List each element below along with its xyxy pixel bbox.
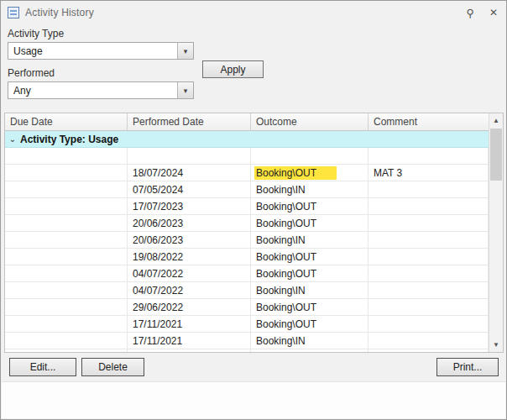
- cell-outcome[interactable]: Booking\OUT: [251, 215, 368, 232]
- cell-performed-date[interactable]: 19/08/2022: [128, 249, 251, 265]
- cell-comment[interactable]: [368, 249, 489, 265]
- scrollbar-thumb[interactable]: [490, 129, 502, 181]
- table-row[interactable]: 29/06/2022Booking\OUT: [5, 299, 489, 316]
- cell-performed-date[interactable]: 20/06/2023: [128, 232, 251, 249]
- activity-table: Due Date Performed Date Outcome Comment …: [4, 113, 504, 353]
- cell-due-date[interactable]: [5, 198, 128, 215]
- edit-button[interactable]: Edit...: [9, 358, 76, 376]
- apply-button[interactable]: Apply: [202, 60, 264, 78]
- cell-performed-date[interactable]: [128, 148, 251, 165]
- cell-due-date[interactable]: [5, 165, 128, 181]
- cell-comment[interactable]: [368, 282, 489, 299]
- activity-type-dropdown[interactable]: Usage ▾: [8, 42, 194, 60]
- cell-performed-date[interactable]: 18/07/2024: [128, 165, 251, 181]
- cell-outcome[interactable]: Booking\OUT: [251, 299, 368, 316]
- performed-dropdown[interactable]: Any ▾: [8, 81, 194, 99]
- table-row[interactable]: 17/07/2023Booking\OUT: [5, 198, 489, 215]
- activity-type-label: Activity Type: [8, 28, 506, 39]
- cell-due-date[interactable]: [5, 265, 128, 282]
- cell-due-date[interactable]: [5, 282, 128, 299]
- cell-performed-date[interactable]: 17/07/2023: [128, 198, 251, 215]
- cell-outcome[interactable]: Booking\IN: [251, 333, 368, 349]
- chevron-down-icon[interactable]: ⌄: [5, 134, 20, 144]
- scroll-up-icon[interactable]: ▲: [489, 113, 503, 128]
- cell-performed-date[interactable]: 04/11/2021 11:53: [128, 349, 251, 353]
- column-header-outcome[interactable]: Outcome: [251, 113, 368, 130]
- table-row[interactable]: 20/06/2023Booking\OUT: [5, 215, 489, 232]
- delete-button[interactable]: Delete: [81, 358, 144, 376]
- cell-due-date[interactable]: [5, 249, 128, 265]
- cell-comment[interactable]: [368, 148, 489, 165]
- cell-due-date[interactable]: [5, 333, 128, 349]
- cell-outcome[interactable]: Booking\OUT: [251, 316, 368, 333]
- table-row[interactable]: 20/06/2023Booking\IN: [5, 232, 489, 249]
- performed-value: Any: [8, 82, 177, 98]
- cell-performed-date[interactable]: 17/11/2021: [128, 333, 251, 349]
- chevron-down-icon[interactable]: ▾: [177, 43, 193, 59]
- table-header-row: Due Date Performed Date Outcome Comment: [5, 113, 489, 131]
- activity-history-window: Activity History ⚲ ✕ Activity Type Usage…: [0, 0, 507, 420]
- table-row[interactable]: 17/11/2021Booking\IN: [5, 333, 489, 349]
- pin-icon[interactable]: ⚲: [466, 8, 474, 18]
- window-icon: [8, 7, 19, 18]
- cell-due-date[interactable]: [5, 215, 128, 232]
- cell-outcome[interactable]: Booking\IN: [251, 282, 368, 299]
- cell-performed-date[interactable]: 07/05/2024: [128, 181, 251, 198]
- cell-outcome[interactable]: Booking\OUT: [251, 198, 368, 215]
- cell-due-date[interactable]: [5, 232, 128, 249]
- chevron-down-icon[interactable]: ▾: [177, 82, 193, 98]
- table-row[interactable]: [5, 148, 489, 165]
- cell-outcome[interactable]: Booking\OUT: [251, 165, 368, 181]
- column-header-due-date[interactable]: Due Date: [5, 113, 128, 130]
- cell-comment[interactable]: MAT 3: [368, 165, 489, 181]
- cell-comment[interactable]: [368, 232, 489, 249]
- window-lower-area: [2, 381, 505, 418]
- table-row[interactable]: 04/11/2021 11:53Booking\INBooked in: [5, 349, 489, 353]
- table-row[interactable]: 19/08/2022Booking\OUT: [5, 249, 489, 265]
- cell-performed-date[interactable]: 20/06/2023: [128, 215, 251, 232]
- titlebar: Activity History ⚲ ✕: [1, 1, 506, 24]
- cell-outcome[interactable]: Booking\OUT: [251, 249, 368, 265]
- cell-due-date[interactable]: [5, 181, 128, 198]
- cell-outcome[interactable]: [251, 148, 368, 165]
- column-header-performed-date[interactable]: Performed Date: [128, 113, 251, 130]
- cell-comment[interactable]: [368, 333, 489, 349]
- cell-outcome[interactable]: Booking\IN: [251, 232, 368, 249]
- table-row[interactable]: 17/11/2021Booking\OUT: [5, 316, 489, 333]
- close-icon[interactable]: ✕: [489, 8, 498, 18]
- group-header-row[interactable]: ⌄ Activity Type: Usage: [5, 131, 489, 148]
- vertical-scrollbar[interactable]: ▲ ▼: [489, 113, 503, 352]
- cell-due-date[interactable]: [5, 349, 128, 353]
- cell-comment[interactable]: Booked in: [368, 349, 489, 353]
- cell-comment[interactable]: [368, 316, 489, 333]
- cell-comment[interactable]: [368, 181, 489, 198]
- highlighted-outcome: Booking\OUT: [254, 166, 337, 180]
- cell-outcome[interactable]: Booking\IN: [251, 181, 368, 198]
- cell-performed-date[interactable]: 29/06/2022: [128, 299, 251, 316]
- cell-due-date[interactable]: [5, 148, 128, 165]
- cell-comment[interactable]: [368, 198, 489, 215]
- cell-outcome[interactable]: Booking\IN: [251, 349, 368, 353]
- cell-outcome[interactable]: Booking\OUT: [251, 265, 368, 282]
- cell-comment[interactable]: [368, 215, 489, 232]
- group-header-label: Activity Type: Usage: [20, 134, 118, 145]
- table-row[interactable]: 18/07/2024Booking\OUTMAT 3: [5, 165, 489, 181]
- print-button[interactable]: Print...: [436, 358, 499, 376]
- cell-performed-date[interactable]: 04/07/2022: [128, 265, 251, 282]
- cell-comment[interactable]: [368, 299, 489, 316]
- table-row[interactable]: 07/05/2024Booking\IN: [5, 181, 489, 198]
- cell-due-date[interactable]: [5, 316, 128, 333]
- cell-performed-date[interactable]: 17/11/2021: [128, 316, 251, 333]
- column-header-comment[interactable]: Comment: [368, 113, 489, 130]
- table-body: 18/07/2024Booking\OUTMAT 307/05/2024Book…: [5, 148, 489, 353]
- scroll-down-icon[interactable]: ▼: [489, 338, 503, 352]
- table-row[interactable]: 04/07/2022Booking\IN: [5, 282, 489, 299]
- activity-type-value: Usage: [8, 43, 177, 59]
- window-title: Activity History: [25, 7, 94, 18]
- cell-comment[interactable]: [368, 265, 489, 282]
- cell-due-date[interactable]: [5, 299, 128, 316]
- cell-performed-date[interactable]: 04/07/2022: [128, 282, 251, 299]
- table-row[interactable]: 04/07/2022Booking\OUT: [5, 265, 489, 282]
